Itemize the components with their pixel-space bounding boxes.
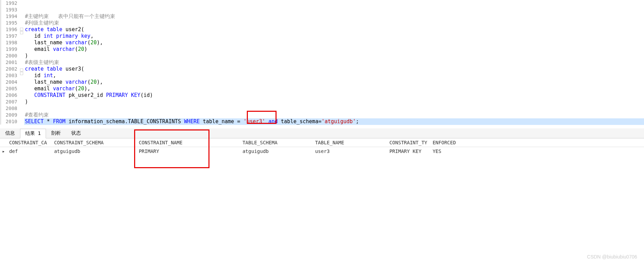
code-line[interactable]: last_name varchar(20), [24, 39, 644, 46]
line-number: 2000 [0, 53, 17, 59]
line-number-gutter: 1992199319941995199619971998199920002001… [0, 0, 20, 128]
fold-toggle-icon[interactable]: − [20, 69, 23, 75]
code-line[interactable]: email varchar(20), [24, 85, 644, 92]
code-line[interactable]: ) [24, 99, 644, 105]
table-cell[interactable]: user3 [313, 147, 387, 156]
result-tabs: 信息结果 1剖析状态 [0, 128, 644, 138]
line-number: 1996 [0, 26, 17, 33]
table-row[interactable]: ▸defatguigudbPRIMARYatguigudbuser3PRIMAR… [0, 147, 644, 156]
code-line[interactable] [24, 7, 644, 13]
code-line[interactable]: create table user3( [24, 66, 644, 72]
code-line[interactable]: #主键约束 表中只能有一个主键约束 [24, 13, 644, 20]
table-cell[interactable]: def [7, 147, 52, 156]
fold-toggle-icon[interactable]: − [20, 28, 23, 34]
code-line[interactable]: create table user2( [24, 26, 644, 33]
table-cell[interactable]: atguigudb [52, 147, 137, 156]
column-header[interactable]: CONSTRAINT_SCHEMA [52, 138, 137, 147]
line-number: 2003 [0, 72, 17, 79]
line-number: 2010 [0, 118, 17, 125]
tab-状态[interactable]: 状态 [66, 128, 86, 138]
line-number: 2006 [0, 92, 17, 99]
tab-剖析[interactable]: 剖析 [46, 128, 66, 138]
code-area[interactable]: #主键约束 表中只能有一个主键约束#列级主键约束create table use… [24, 0, 644, 128]
code-line[interactable]: last_name varchar(20), [24, 79, 644, 85]
code-line[interactable]: id int primary key, [24, 33, 644, 39]
column-header[interactable]: ENFORCED [430, 138, 644, 147]
tab-结果 1[interactable]: 结果 1 [20, 129, 46, 138]
line-number: 1995 [0, 20, 17, 26]
column-header[interactable]: TABLE_SCHEMA [240, 138, 313, 147]
table-cell[interactable]: PRIMARY KEY [387, 147, 430, 156]
table-cell[interactable]: PRIMARY [137, 147, 240, 156]
line-number: 2005 [0, 85, 17, 92]
code-line[interactable]: id int, [24, 72, 644, 79]
column-header[interactable]: CONSTRAINT_CA [7, 138, 52, 147]
row-indicator-icon: ▸ [0, 147, 7, 156]
code-line[interactable]: email varchar(20) [24, 46, 644, 53]
line-number: 1998 [0, 39, 17, 46]
fold-column[interactable]: −− [20, 0, 24, 128]
code-line[interactable]: CONSTRAINT pk_user2_id PRIMARY KEY(id) [24, 92, 644, 99]
column-header[interactable]: CONSTRAINT_TY [387, 138, 430, 147]
column-header[interactable]: CONSTRAINT_NAME [137, 138, 240, 147]
table-cell[interactable]: YES [430, 147, 644, 156]
line-number: 1999 [0, 46, 17, 53]
code-line[interactable]: SELECT * FROM information_schema.TABLE_C… [24, 118, 644, 125]
code-line[interactable]: #表级主键约束 [24, 59, 644, 66]
line-number: 2009 [0, 112, 17, 118]
code-line[interactable] [24, 105, 644, 112]
tab-信息[interactable]: 信息 [0, 128, 20, 138]
line-number: 2004 [0, 79, 17, 85]
line-number: 1994 [0, 13, 17, 20]
line-number: 1992 [0, 0, 17, 7]
line-number: 2002 [0, 66, 17, 72]
line-number: 2008 [0, 105, 17, 112]
line-number: 2007 [0, 99, 17, 105]
code-line[interactable] [24, 0, 644, 7]
line-number: 2001 [0, 59, 17, 66]
column-header[interactable]: TABLE_NAME [313, 138, 387, 147]
code-editor[interactable]: 1992199319941995199619971998199920002001… [0, 0, 644, 128]
code-line[interactable]: #查看约束 [24, 112, 644, 118]
code-line[interactable]: #列级主键约束 [24, 20, 644, 26]
line-number: 1993 [0, 7, 17, 13]
code-line[interactable]: ) [24, 53, 644, 59]
table-cell[interactable]: atguigudb [240, 147, 313, 156]
line-number: 1997 [0, 33, 17, 39]
result-table[interactable]: CONSTRAINT_CACONSTRAINT_SCHEMACONSTRAINT… [0, 138, 644, 155]
